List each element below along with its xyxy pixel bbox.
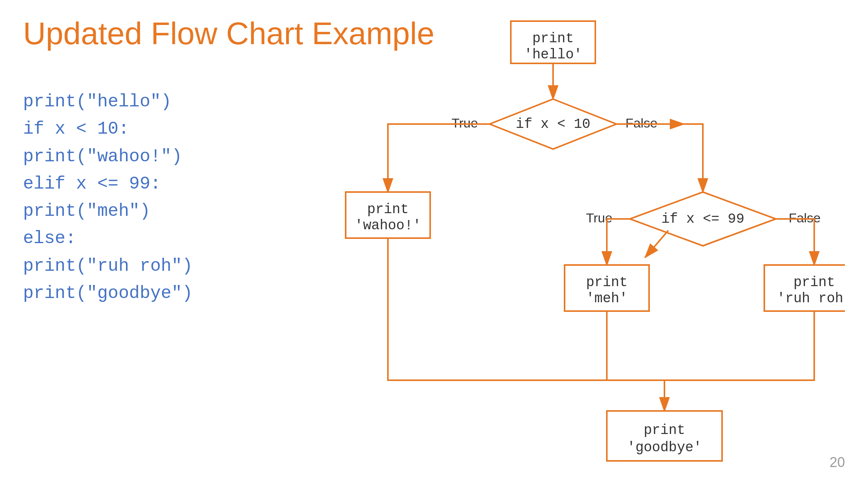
code-line-2: if x < 10: — [23, 116, 193, 143]
print-goodbye-text1: print — [644, 422, 685, 438]
true-label-2: True — [586, 210, 613, 225]
print-hello-text2: 'hello' — [524, 47, 582, 63]
false-label-1: False — [625, 116, 657, 130]
print-ruh-roh-text2: 'ruh roh' — [777, 291, 845, 306]
arrow-false-path — [616, 124, 703, 192]
code-line-8: print("goodbye") — [23, 280, 193, 307]
flowchart: print 'hello' if x < 10 True False print… — [261, 4, 845, 476]
code-line-4: elif x <= 99: — [23, 171, 193, 198]
code-line-1: print("hello") — [23, 88, 193, 116]
code-line-5: print("meh") — [23, 198, 193, 225]
arrow-to-meh — [607, 219, 630, 265]
arrow-to-ruh-roh — [776, 219, 814, 265]
if-x-lte-99-text: if x <= 99 — [661, 211, 744, 227]
print-goodbye-text2: 'goodbye' — [627, 440, 702, 455]
true-label-1: True — [452, 116, 478, 130]
print-meh-text2: 'meh' — [586, 291, 628, 306]
arrow-true-to-wahoo — [388, 124, 490, 192]
print-ruh-roh-text1: print — [793, 275, 835, 290]
code-line-3: print("wahoo!") — [23, 143, 193, 171]
code-line-6: else: — [23, 225, 193, 252]
print-wahoo-text2: 'wahoo!' — [355, 218, 421, 234]
if-x-lt-10-text: if x < 10 — [516, 116, 590, 132]
arrow-true2-to-meh — [645, 230, 668, 257]
code-block: print("hello") if x < 10: print("wahoo!"… — [23, 88, 193, 307]
code-line-7: print("ruh roh") — [23, 253, 193, 280]
print-meh-text1: print — [586, 275, 628, 290]
print-hello-text: print — [532, 31, 574, 46]
false-label-2: False — [788, 210, 820, 225]
arrow-ruh-roh-to-goodbye — [664, 311, 814, 380]
print-wahoo-text1: print — [367, 202, 409, 217]
page-number: 20 — [830, 454, 845, 470]
